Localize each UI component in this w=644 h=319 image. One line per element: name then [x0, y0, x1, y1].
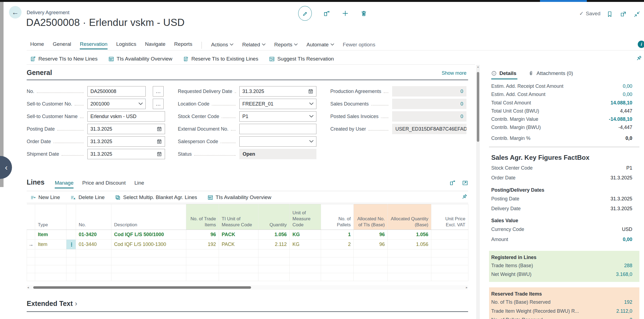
row-menu-icon[interactable]: ⋮ [66, 240, 76, 249]
lines-tab-line[interactable]: Line [134, 180, 144, 188]
description-cell[interactable]: Cod IQF L/S 1000-1300 [111, 240, 186, 249]
col-trade-items-header[interactable]: No. of Trade Items [186, 204, 219, 230]
calendar-icon[interactable] [157, 151, 162, 157]
sellto-name-input[interactable] [90, 114, 162, 119]
menu-related[interactable]: Related [242, 42, 265, 49]
lines-tis-availability-button[interactable]: TIs Availability Overview [207, 194, 271, 200]
quantity-cell[interactable]: 2.112 [258, 240, 290, 249]
col-alloc-tis-header[interactable]: Allocated No. of TIs (Base) [354, 204, 388, 230]
alloc-tis-cell[interactable]: 96 [354, 240, 388, 249]
col-alloc-qty-header[interactable]: Allocated Quantity (Base) [388, 204, 431, 230]
salesperson-code-input[interactable] [242, 139, 308, 145]
tab-navigate[interactable]: Navigate [145, 41, 166, 49]
chevron-down-icon[interactable] [309, 103, 313, 105]
quantity-cell[interactable]: 1.056 [258, 230, 290, 240]
no-cell[interactable]: 01-3440 [76, 240, 111, 249]
scroll-left-icon[interactable]: ◂ [27, 285, 29, 289]
col-quantity-header[interactable]: Quantity [258, 204, 290, 230]
reserve-tis-new-lines-button[interactable]: Reserve TIs to New Lines [30, 56, 97, 62]
lines-share-button[interactable] [449, 179, 456, 186]
calendar-icon[interactable] [157, 126, 162, 132]
select-multiple-blanket-lines-button[interactable]: Select Multip. Blanket Agr. Lines [115, 194, 197, 200]
table-row-empty[interactable] [27, 273, 468, 281]
table-row-current[interactable]: → Item ⋮ 01-3440 Cod IQF L/S 1000-1300 1… [27, 240, 468, 249]
table-row[interactable]: Item 01-3420 Cod IQF L/S 500/1000 96 PAC… [27, 230, 468, 240]
uom-cell[interactable]: KG [290, 230, 321, 240]
vertical-scrollbar-thumb[interactable] [477, 72, 479, 142]
production-agreements-value[interactable]: 0 [392, 86, 466, 97]
calendar-icon[interactable] [157, 139, 162, 144]
stock-center-code-input[interactable] [242, 114, 308, 119]
delete-record-button[interactable] [360, 10, 367, 17]
unit-price-cell[interactable] [431, 230, 468, 240]
sellto-no-input[interactable] [90, 101, 137, 107]
lines-tab-manage[interactable]: Manage [55, 180, 74, 188]
type-cell[interactable]: Item [35, 230, 66, 240]
breadcrumb[interactable]: Delivery Agreement [27, 10, 69, 16]
shipment-date-input[interactable] [90, 151, 155, 157]
new-line-button[interactable]: New Line [30, 194, 60, 200]
trade-items-cell[interactable]: 96 [186, 230, 219, 240]
horizontal-scrollbar-thumb[interactable] [33, 286, 251, 289]
col-type-header[interactable]: Type [35, 204, 66, 230]
table-row-empty[interactable] [27, 265, 468, 273]
lines-tab-price-discount[interactable]: Price and Discount [82, 180, 126, 188]
col-uom-header[interactable]: Unit of Measure Code [290, 204, 321, 230]
tab-logistics[interactable]: Logistics [116, 41, 136, 49]
type-cell[interactable]: Item [35, 240, 66, 249]
requested-delivery-date-input[interactable] [242, 89, 306, 94]
pallets-cell[interactable]: 1 [321, 230, 354, 240]
col-unit-price-header[interactable]: Unit Price Excl. VAT [431, 204, 468, 230]
collapse-window-button[interactable] [634, 11, 640, 17]
scroll-up-icon[interactable]: ▲ [476, 65, 480, 68]
new-record-button[interactable] [342, 10, 349, 17]
description-cell[interactable]: Cod IQF L/S 500/1000 [111, 230, 186, 240]
pin-action-bar-button[interactable] [636, 55, 642, 62]
pin-lines-action-bar-button[interactable] [461, 194, 468, 200]
vertical-scrollbar[interactable]: ▲ [476, 65, 480, 319]
factbox-tab-details[interactable]: Details [491, 70, 516, 76]
external-doc-no-input[interactable] [242, 126, 313, 132]
scroll-right-icon[interactable]: ▸ [466, 285, 468, 289]
ti-uom-cell[interactable]: PACK [219, 230, 258, 240]
alloc-qty-cell[interactable]: 1.056 [388, 240, 431, 249]
chevron-down-icon[interactable] [139, 103, 143, 105]
factbox-tab-attachments[interactable]: Attachments (0) [528, 70, 573, 76]
order-date-input[interactable] [90, 139, 155, 145]
delete-line-button[interactable]: Delete Line [70, 194, 105, 200]
extended-text-section-header[interactable]: Extended Text › [27, 299, 77, 308]
alloc-qty-cell[interactable]: 1.056 [388, 230, 431, 240]
info-badge-icon[interactable]: i [638, 41, 644, 48]
menu-actions[interactable]: Actions [211, 42, 233, 49]
share-button[interactable] [323, 10, 330, 17]
alloc-tis-cell[interactable]: 96 [354, 230, 388, 240]
open-in-new-window-button[interactable] [620, 11, 627, 17]
tab-reservation[interactable]: Reservation [80, 41, 107, 49]
tis-availability-overview-button[interactable]: TIs Availability Overview [108, 56, 172, 62]
tab-home[interactable]: Home [30, 41, 44, 49]
posted-sales-invoices-value[interactable]: 0 [392, 111, 466, 122]
chevron-down-icon[interactable] [309, 115, 313, 118]
back-button[interactable]: ← [9, 6, 22, 19]
no-assist-button[interactable]: … [153, 86, 164, 97]
suggest-tis-reservation-button[interactable]: Suggest TIs Reservation [269, 56, 334, 62]
uom-cell[interactable]: KG [290, 240, 321, 249]
tab-general[interactable]: General [53, 41, 71, 49]
no-cell[interactable]: 01-3420 [76, 230, 111, 240]
posting-date-input[interactable] [90, 126, 155, 132]
no-input[interactable] [90, 89, 143, 94]
reserve-tis-existing-lines-button[interactable]: Reserve TIs to Existing Lines [183, 56, 258, 62]
menu-automate[interactable]: Automate [306, 42, 334, 49]
col-pallets-header[interactable]: No. of Pallets [321, 204, 354, 230]
ti-uom-cell[interactable]: PACK [219, 240, 258, 249]
lines-open-in-new-button[interactable] [462, 179, 468, 186]
calendar-icon[interactable] [308, 89, 313, 94]
trade-items-cell[interactable]: 192 [186, 240, 219, 249]
bookmark-button[interactable] [606, 11, 613, 17]
menu-reports[interactable]: Reports [274, 42, 298, 49]
tab-reports[interactable]: Reports [174, 41, 193, 49]
pallets-cell[interactable]: 2 [321, 240, 354, 249]
col-description-header[interactable]: Description [111, 204, 186, 230]
sales-documents-value[interactable]: 0 [392, 99, 466, 109]
show-more-link[interactable]: Show more [442, 70, 466, 76]
